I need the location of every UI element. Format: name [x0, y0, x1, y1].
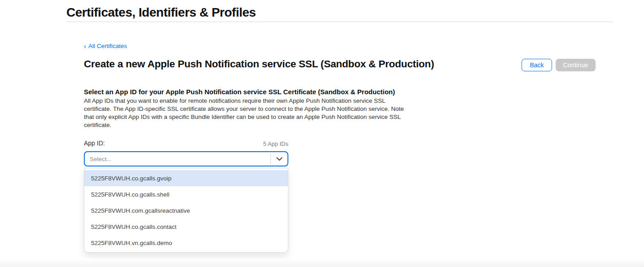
form-section-title: Select an App ID for your Apple Push Not… — [84, 88, 395, 96]
chevron-left-icon: ‹ — [84, 43, 86, 49]
app-id-option[interactable]: 5225F8VWUH.co.gcalls.gvoip — [84, 170, 288, 186]
create-certificate-heading: Create a new Apple Push Notification ser… — [84, 58, 434, 70]
app-id-dropdown-menu: 5225F8VWUH.co.gcalls.gvoip 5225F8VWUH.co… — [84, 168, 288, 253]
page-bottom-fade — [0, 259, 644, 267]
title-divider — [66, 22, 614, 22]
breadcrumb-label: All Certificates — [88, 43, 127, 49]
app-id-option[interactable]: 5225F8VWUH.vn.gcalls.demo — [84, 235, 288, 251]
app-id-option[interactable]: 5225F8VWUH.co.gcalls.contact — [84, 219, 288, 235]
breadcrumb-all-certificates-link[interactable]: ‹ All Certificates — [84, 43, 127, 49]
page: Certificates, Identifiers & Profiles ‹ A… — [0, 0, 644, 267]
chevron-down-icon[interactable] — [271, 157, 287, 161]
app-id-count: 5 App IDs — [84, 140, 288, 147]
app-id-option[interactable]: 5225F8VWUH.co.gcalls.shell — [84, 186, 288, 202]
continue-button[interactable]: Continue — [556, 59, 596, 71]
select-placeholder: Select... — [85, 156, 270, 162]
page-title: Certificates, Identifiers & Profiles — [66, 5, 256, 20]
back-button[interactable]: Back — [522, 59, 552, 71]
app-id-option[interactable]: 5225F8VWUH.com.gcallsreactnative — [84, 202, 288, 219]
form-description: All App IDs that you want to enable for … — [84, 97, 411, 129]
app-id-select[interactable]: Select... — [84, 151, 288, 166]
